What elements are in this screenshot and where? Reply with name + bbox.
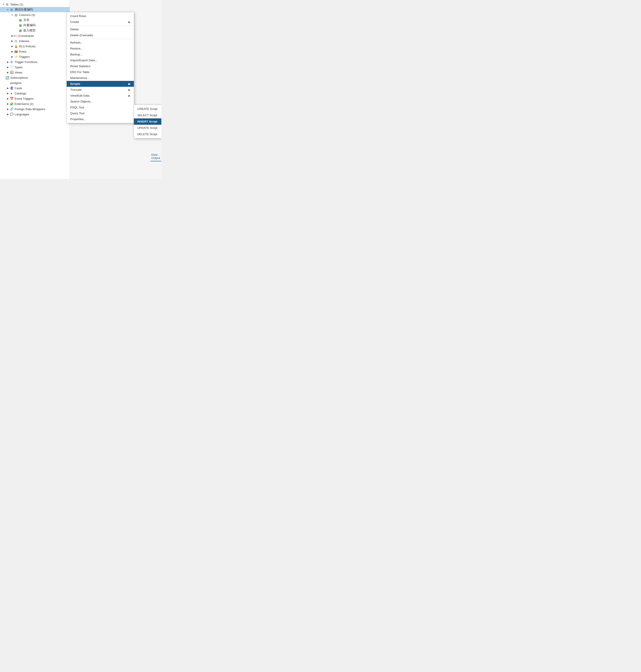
casts-label: Casts (15, 86, 22, 90)
menu-item-restore[interactable]: Restore... (67, 45, 134, 52)
lang-icon: 💬 (10, 112, 14, 116)
expand-arrow: ▶ (6, 60, 10, 64)
submenu-item-create-script[interactable]: CREATE Script (134, 106, 161, 112)
menu-item-scripts[interactable]: Scripts ▶ (67, 81, 134, 87)
submenu-item-select-script[interactable]: SELECT Script (134, 112, 161, 119)
sidebar-item-trigger-functions[interactable]: ▶ ⚙ Trigger Functions (0, 59, 70, 65)
expand-arrow: ▾ (11, 13, 14, 17)
menu-item-psql-tool[interactable]: PSQL Tool (67, 105, 134, 110)
submenu-item-update-script[interactable]: UPDATE Script (134, 125, 161, 131)
menu-item-delete-cascade[interactable]: Delete (Cascade) (67, 32, 134, 38)
languages-label: Languages (15, 113, 29, 116)
menu-item-view-edit[interactable]: View/Edit Data ▶ (67, 93, 134, 98)
sidebar-panel: ▾ ⊞ Tables (1) ▾ ⊞ 测试向量编码 ▾ ▤ Columns (3… (0, 0, 70, 179)
column-icon: ▦ (18, 18, 22, 22)
tab-data-output[interactable]: Data Output (150, 152, 161, 161)
trigger-functions-label: Trigger Functions (15, 60, 38, 64)
sidebar-item-col1[interactable]: ▾ ▦ 文本 (0, 17, 70, 23)
types-label: Types (15, 66, 23, 69)
sidebar-item-types[interactable]: ▶ 📄 Types (0, 65, 70, 70)
triggers-label: Triggers (19, 55, 30, 58)
sidebar-item-col2[interactable]: ▾ ▦ 向量编码 (0, 23, 70, 28)
sidebar-item-fdw[interactable]: ▶ 🔗 Foreign Data Wrappers (0, 106, 70, 112)
rls-icon: 🔒 (14, 44, 18, 48)
types-icon: 📄 (10, 65, 14, 69)
sidebar-item-tables[interactable]: ▾ ⊞ Tables (1) (0, 2, 70, 7)
menu-item-truncate[interactable]: Truncate ▶ (67, 87, 134, 93)
expand-arrow: ▶ (11, 50, 14, 53)
menu-item-properties[interactable]: Properties... (67, 116, 134, 122)
catalog-icon: ♦ (10, 91, 14, 95)
sidebar-item-rls[interactable]: ▶ 🔒 RLS Policies (0, 44, 70, 49)
menu-item-reset-stats[interactable]: Reset Statistics (67, 63, 134, 69)
expand-arrow: ▶ (6, 97, 10, 100)
menu-item-import-export[interactable]: Import/Export Data... (67, 57, 134, 63)
column-icon: ▦ (18, 29, 22, 32)
submenu-arrow: ▶ (128, 94, 131, 97)
sidebar-item-languages[interactable]: ▶ 💬 Languages (0, 112, 70, 117)
sidebar-item-test-table[interactable]: ▾ ⊞ 测试向量编码 (0, 7, 70, 12)
menu-item-erd[interactable]: ERD For Table (67, 69, 134, 75)
sidebar-item-postgres[interactable]: ▶ postgres (0, 80, 70, 85)
expand-arrow: ▶ (6, 71, 10, 74)
menu-item-query-tool[interactable]: Query Tool (67, 110, 134, 116)
sidebar-item-catalogs[interactable]: ▶ ♦ Catalogs (0, 91, 70, 96)
indexes-label: Indexes (19, 40, 29, 43)
postgres-icon (5, 81, 9, 85)
sidebar-item-col3[interactable]: ▾ ▦ 嵌入模型 (0, 28, 70, 33)
submenu-arrow: ▶ (128, 82, 131, 85)
expand-arrow: ▶ (11, 55, 14, 58)
menu-item-create[interactable]: Create ▶ (67, 19, 134, 25)
menu-item-count-rows[interactable]: Count Rows (67, 13, 134, 19)
expand-arrow: ▶ (6, 65, 10, 69)
col3-label: 嵌入模型 (23, 29, 36, 32)
expand-arrow: ▶ (6, 107, 10, 111)
sidebar-item-extensions[interactable]: ▶ 🧩 Extensions (2) (0, 101, 70, 106)
postgres-label: postgres (10, 81, 22, 85)
sidebar-item-constraints[interactable]: ▶ ⊳◁ Constraints (0, 33, 70, 38)
scripts-submenu: CREATE Script SELECT Script INSERT Scrip… (134, 105, 161, 138)
rls-label: RLS Policies (19, 45, 36, 48)
table-icon: ⊞ (5, 2, 9, 6)
expand-arrow: ▾ (2, 3, 5, 6)
ext-icon: 🧩 (10, 102, 14, 106)
expand-arrow: ▶ (6, 86, 10, 90)
columns-icon: ▤ (14, 13, 18, 17)
submenu-item-delete-script[interactable]: DELETE Script (134, 131, 161, 137)
menu-item-backup[interactable]: Backup... (67, 52, 134, 57)
menu-item-refresh[interactable]: Refresh... (67, 40, 134, 45)
constraints-label: Constraints (19, 34, 34, 38)
expand-arrow: ▶ (6, 92, 10, 95)
submenu-item-insert-script[interactable]: INSERT Script (134, 119, 161, 125)
catalogs-label: Catalogs (15, 92, 26, 95)
expand-arrow: ▶ (6, 112, 10, 116)
menu-item-maintenance[interactable]: Maintenance... (67, 75, 134, 81)
subscriptions-label: Subscriptions (10, 76, 28, 79)
indexes-icon: ⊡ (14, 39, 18, 43)
constraints-icon: ⊳◁ (14, 34, 18, 38)
columns-label: Columns (3) (19, 13, 35, 17)
views-icon: 🪟 (10, 70, 14, 74)
submenu-arrow: ▶ (128, 88, 131, 91)
sidebar-item-columns[interactable]: ▾ ▤ Columns (3) (0, 12, 70, 17)
sidebar-item-triggers[interactable]: ▶ ⚡ Triggers (0, 54, 70, 59)
menu-item-delete[interactable]: Delete (67, 26, 134, 32)
sidebar-item-event-triggers[interactable]: ▶ 📅 Event Triggers (0, 96, 70, 101)
sub-icon: 🔄 (5, 76, 9, 80)
test-table-label: 测试向量编码 (15, 8, 33, 12)
col2-label: 向量编码 (23, 23, 36, 27)
expand-arrow: ▶ (11, 44, 14, 48)
tables-label: Tables (1) (10, 3, 23, 6)
table-icon: ⊞ (10, 8, 14, 12)
expand-arrow: ▶ (6, 102, 10, 106)
sidebar-item-subscriptions[interactable]: ▶ 🔄 Subscriptions (0, 75, 70, 80)
sidebar-item-casts[interactable]: ▶ 🔮 Casts (0, 85, 70, 91)
context-menu: Count Rows Create ▶ Delete Delete (Casca… (67, 12, 134, 123)
sidebar-item-rules[interactable]: ▶ 📦 Rules (0, 49, 70, 54)
sidebar-item-indexes[interactable]: ▶ ⊡ Indexes (0, 38, 70, 44)
sidebar-item-views[interactable]: ▶ 🪟 Views (0, 70, 70, 75)
cast-icon: 🔮 (10, 86, 14, 90)
func-icon: ⚙ (10, 60, 14, 64)
rules-icon: 📦 (14, 50, 18, 53)
menu-item-search-objects[interactable]: Search Objects... (67, 98, 134, 105)
